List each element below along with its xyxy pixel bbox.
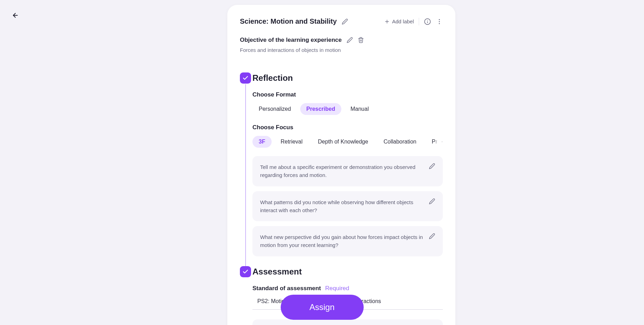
objective-label: Objective of the learning experience bbox=[240, 37, 342, 44]
svg-point-7 bbox=[439, 21, 440, 22]
delete-objective-icon[interactable] bbox=[358, 37, 364, 43]
focus-chips: 3F Retrieval Depth of Knowledge Collabor… bbox=[252, 136, 443, 148]
prompt-text: Tell me about a specific experiment or d… bbox=[260, 163, 423, 179]
back-button[interactable] bbox=[11, 11, 20, 20]
card-header: Science: Motion and Stability Add label bbox=[240, 17, 443, 25]
reflection-check-icon[interactable] bbox=[240, 72, 251, 84]
header-actions: Add label bbox=[384, 18, 443, 25]
edit-prompt-icon[interactable] bbox=[429, 233, 435, 239]
prompt-text: What new perspective did you gain about … bbox=[260, 233, 423, 249]
add-label-text: Add label bbox=[392, 18, 414, 24]
focus-collaboration[interactable]: Collaboration bbox=[377, 136, 423, 148]
page-title: Science: Motion and Stability bbox=[240, 17, 337, 25]
prompt-card: Tell me about a specific experiment or d… bbox=[252, 156, 443, 186]
edit-prompt-icon[interactable] bbox=[429, 163, 435, 169]
format-personalized[interactable]: Personalized bbox=[252, 103, 297, 115]
prompt-card: What patterns did you notice while obser… bbox=[252, 191, 443, 222]
focus-3f[interactable]: 3F bbox=[252, 136, 272, 148]
title-row: Science: Motion and Stability bbox=[240, 17, 348, 25]
reflection-section: Reflection Choose Format Personalized Pr… bbox=[240, 72, 443, 256]
standard-label: Standard of assessment bbox=[252, 285, 321, 292]
assessment-check-icon[interactable] bbox=[240, 266, 251, 277]
prompt-card: How can one predict an objects continued… bbox=[252, 319, 443, 325]
format-prescribed[interactable]: Prescribed bbox=[300, 103, 342, 115]
assign-button[interactable]: Assign bbox=[281, 295, 364, 320]
prompt-card: What new perspective did you gain about … bbox=[252, 226, 443, 256]
prompt-text: What patterns did you notice while obser… bbox=[260, 198, 423, 215]
edit-title-icon[interactable] bbox=[342, 18, 348, 25]
objective-text: Forces and interactions of objects in mo… bbox=[240, 47, 443, 53]
focus-scroll-right-icon[interactable] bbox=[434, 138, 443, 146]
format-manual[interactable]: Manual bbox=[344, 103, 375, 115]
objective-row: Objective of the learning experience bbox=[240, 37, 443, 44]
edit-prompt-icon[interactable] bbox=[429, 198, 435, 204]
assessment-title: Assessment bbox=[252, 266, 443, 277]
divider bbox=[419, 18, 419, 25]
format-chips: Personalized Prescribed Manual bbox=[252, 103, 443, 115]
focus-retrieval[interactable]: Retrieval bbox=[274, 136, 309, 148]
svg-point-8 bbox=[439, 23, 440, 24]
assign-label: Assign bbox=[309, 302, 334, 312]
add-label-button[interactable]: Add label bbox=[384, 18, 414, 24]
edit-objective-icon[interactable] bbox=[347, 37, 353, 43]
format-label: Choose Format bbox=[252, 91, 443, 98]
standard-label-row: Standard of assessment Required bbox=[252, 285, 443, 292]
info-icon[interactable] bbox=[424, 18, 431, 25]
svg-point-6 bbox=[439, 19, 440, 20]
required-tag: Required bbox=[325, 285, 349, 292]
focus-depth[interactable]: Depth of Knowledge bbox=[312, 136, 374, 148]
reflection-title: Reflection bbox=[252, 72, 443, 84]
more-icon[interactable] bbox=[436, 18, 443, 25]
focus-label: Choose Focus bbox=[252, 124, 443, 131]
main-card: Science: Motion and Stability Add label … bbox=[227, 5, 455, 325]
